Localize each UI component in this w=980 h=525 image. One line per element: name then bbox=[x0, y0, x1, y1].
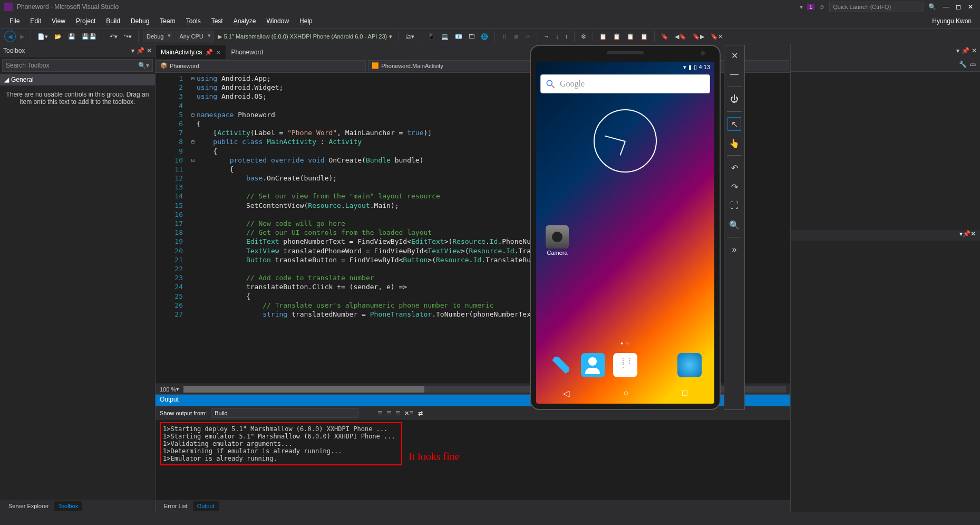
pause-icon[interactable]: ⏸ bbox=[499, 31, 509, 42]
misc-icon-4[interactable]: 📋 bbox=[625, 31, 636, 42]
panel-dropdown-icon[interactable]: ▾ bbox=[131, 47, 134, 54]
emu-zoom-icon[interactable]: 🔍 bbox=[727, 218, 741, 232]
tab-phoneword[interactable]: Phoneword bbox=[226, 45, 268, 59]
step-icon-3[interactable]: ↑ bbox=[563, 31, 570, 42]
camera-app[interactable]: Camera bbox=[546, 225, 569, 256]
device-icon-2[interactable]: 💻 bbox=[439, 31, 451, 42]
panel-pin-icon[interactable]: 📌 bbox=[137, 47, 144, 54]
user-label[interactable]: Hyungu Kwon bbox=[932, 17, 976, 25]
tab-pin-icon[interactable]: 📌 bbox=[205, 49, 213, 56]
config-dropdown[interactable]: Debug bbox=[143, 31, 173, 42]
wrench-icon[interactable]: 🔧 bbox=[959, 61, 967, 68]
tab-error-list[interactable]: Error List bbox=[160, 501, 192, 511]
step-icon-2[interactable]: ↓ bbox=[554, 31, 561, 42]
output-tb-icon-3[interactable]: ≣ bbox=[395, 410, 400, 417]
clock-widget[interactable] bbox=[594, 109, 657, 173]
zoom-level[interactable]: 100 % bbox=[160, 386, 176, 393]
step-icon-1[interactable]: → bbox=[541, 31, 551, 42]
output-source-dropdown[interactable]: Build bbox=[211, 408, 358, 418]
bookmark-icon[interactable]: 🔖 bbox=[659, 31, 671, 42]
panel-dropdown-icon[interactable]: ▾ bbox=[956, 47, 959, 54]
emu-pointer-icon[interactable]: ↖ bbox=[727, 117, 741, 131]
zoom-dropdown-icon[interactable]: ▾ bbox=[176, 386, 179, 393]
panel-icon[interactable]: ▭ bbox=[970, 61, 976, 68]
menu-test[interactable]: Test bbox=[206, 15, 228, 27]
panel-pin-icon[interactable]: 📌 bbox=[962, 47, 969, 54]
search-icon[interactable]: 🔍 bbox=[928, 3, 936, 11]
tab-close-icon[interactable]: ✕ bbox=[216, 50, 220, 55]
nav-forward-icon[interactable]: ▶ bbox=[18, 31, 26, 42]
toolbox-search-input[interactable]: Search Toolbox🔍▾ bbox=[2, 59, 153, 72]
device-icon-1[interactable]: 📱 bbox=[425, 31, 437, 42]
fold-toggle[interactable]: ⊟ bbox=[189, 137, 197, 146]
menu-build[interactable]: Build bbox=[101, 15, 125, 27]
close-icon[interactable]: ✕ bbox=[967, 3, 974, 11]
tab-output[interactable]: Output bbox=[193, 501, 219, 511]
menu-project[interactable]: Project bbox=[71, 15, 101, 27]
device-icon-4[interactable]: 🗔 bbox=[467, 31, 477, 42]
bookmark-clear-icon[interactable]: 🔖✕ bbox=[709, 31, 725, 42]
output-tb-icon-5[interactable]: ⇄ bbox=[418, 410, 423, 417]
undo-icon[interactable]: ↶▾ bbox=[108, 31, 120, 42]
misc-icon-1[interactable]: ⚙ bbox=[579, 31, 588, 42]
tab-toolbox[interactable]: Toolbox bbox=[54, 501, 82, 511]
nav-back-icon[interactable]: ◁ bbox=[563, 388, 569, 398]
google-search-widget[interactable]: Google bbox=[540, 74, 710, 93]
emulator-screen[interactable]: ▾ ▮ ▯ 4:13 Google Camera ● ○ bbox=[536, 62, 714, 404]
contacts-app-icon[interactable] bbox=[581, 353, 605, 377]
misc-icon-5[interactable]: 📋 bbox=[638, 31, 650, 42]
maximize-icon[interactable]: ◻ bbox=[955, 3, 962, 11]
notification-badge[interactable]: 1 bbox=[807, 4, 814, 10]
menu-tools[interactable]: Tools bbox=[181, 15, 206, 27]
open-icon[interactable]: 📂 bbox=[52, 31, 64, 42]
menu-file[interactable]: File bbox=[4, 15, 25, 27]
restart-icon[interactable]: ⟳ bbox=[523, 31, 532, 42]
nav-back-icon[interactable]: ◀ bbox=[4, 31, 16, 42]
feedback-icon[interactable]: ☺ bbox=[819, 3, 825, 11]
output-tb-icon-1[interactable]: ≣ bbox=[377, 410, 382, 417]
nav-project-dropdown[interactable]: 📦 Phoneword bbox=[157, 60, 366, 71]
toolbar-icon-1[interactable]: 🗂▾ bbox=[403, 31, 416, 42]
flag-icon[interactable]: ▾ bbox=[800, 3, 803, 11]
emu-touch-icon[interactable]: 👆 bbox=[727, 136, 741, 150]
minimize-icon[interactable]: — bbox=[943, 3, 949, 11]
browser-app-icon[interactable] bbox=[677, 353, 702, 377]
emu-fit-icon[interactable]: ⛶ bbox=[727, 199, 741, 213]
new-project-icon[interactable]: 📄▾ bbox=[35, 31, 50, 42]
bookmark-prev-icon[interactable]: ◀🔖 bbox=[673, 31, 688, 42]
toolbox-group-general[interactable]: ◢ General bbox=[0, 74, 155, 85]
fold-toggle[interactable]: ⊟ bbox=[189, 74, 197, 83]
fold-toggle[interactable]: ⊟ bbox=[189, 156, 197, 165]
quick-launch-input[interactable]: Quick Launch (Ctrl+Q) bbox=[829, 2, 924, 12]
menu-view[interactable]: View bbox=[46, 15, 71, 27]
bookmark-next-icon[interactable]: 🔖▶ bbox=[691, 31, 706, 42]
nav-home-icon[interactable]: ○ bbox=[623, 388, 628, 398]
panel-close-icon[interactable]: ✕ bbox=[147, 47, 152, 54]
menu-analyze[interactable]: Analyze bbox=[228, 15, 261, 27]
emu-close-icon[interactable]: ✕ bbox=[727, 49, 741, 62]
output-tb-icon-2[interactable]: ≣ bbox=[386, 410, 391, 417]
device-icon-3[interactable]: 📧 bbox=[453, 31, 464, 42]
nav-recent-icon[interactable]: □ bbox=[682, 388, 687, 398]
emu-power-icon[interactable]: ⏻ bbox=[727, 92, 741, 106]
emu-rotate-right-icon[interactable]: ↷ bbox=[727, 180, 741, 194]
menu-help[interactable]: Help bbox=[294, 15, 318, 27]
output-tb-icon-4[interactable]: ✕≣ bbox=[404, 410, 414, 417]
apps-drawer-icon[interactable] bbox=[613, 353, 637, 377]
misc-icon-2[interactable]: 📋 bbox=[597, 31, 609, 42]
menu-edit[interactable]: Edit bbox=[25, 15, 46, 27]
redo-icon[interactable]: ↷▾ bbox=[122, 31, 134, 42]
emu-rotate-left-icon[interactable]: ↶ bbox=[727, 161, 741, 175]
panel-close-icon[interactable]: ✕ bbox=[971, 230, 976, 241]
emu-minimize-icon[interactable]: — bbox=[727, 68, 741, 81]
phone-app-icon[interactable] bbox=[549, 353, 573, 377]
panel-pin-icon[interactable]: 📌 bbox=[963, 230, 971, 241]
stop-icon[interactable]: ⏹ bbox=[511, 31, 521, 42]
emu-more-icon[interactable]: » bbox=[727, 243, 741, 256]
platform-dropdown[interactable]: Any CPU bbox=[176, 31, 213, 42]
save-icon[interactable]: 💾 bbox=[66, 31, 77, 42]
run-target-button[interactable]: ▶ 5.1" Marshmallow (6.0.0) XXHDPI Phone … bbox=[216, 31, 395, 42]
tab-server-explorer[interactable]: Server Explorer bbox=[4, 501, 53, 511]
device-icon-5[interactable]: 🌐 bbox=[479, 31, 490, 42]
tab-mainactivity[interactable]: MainActivity.cs 📌 ✕ bbox=[156, 45, 226, 59]
